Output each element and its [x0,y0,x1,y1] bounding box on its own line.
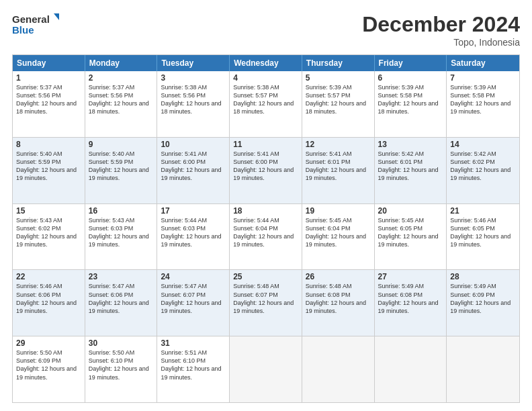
cell-info: Sunrise: 5:41 AMSunset: 6:00 PMDaylight:… [161,150,221,181]
cell-info: Sunrise: 5:37 AMSunset: 5:56 PMDaylight:… [89,84,149,115]
week-row-3: 15 Sunrise: 5:43 AMSunset: 6:02 PMDaylig… [13,203,519,270]
general-blue-logo-icon: General Blue [12,12,59,38]
cell-info: Sunrise: 5:45 AMSunset: 6:05 PMDaylight:… [378,217,439,248]
day-number: 25 [233,272,298,281]
cal-cell-1-3: 11 Sunrise: 5:41 AMSunset: 6:00 PMDaylig… [230,138,302,203]
cell-info: Sunrise: 5:37 AMSunset: 5:56 PMDaylight:… [16,84,77,115]
cal-cell-0-3: 4 Sunrise: 5:38 AMSunset: 5:57 PMDayligh… [230,71,302,137]
cal-cell-2-6: 21 Sunrise: 5:46 AMSunset: 6:05 PMDaylig… [447,204,519,270]
week-row-2: 8 Sunrise: 5:40 AMSunset: 5:59 PMDayligh… [13,137,519,203]
cal-cell-2-4: 19 Sunrise: 5:45 AMSunset: 6:04 PMDaylig… [302,204,375,270]
day-number: 12 [306,140,371,149]
day-number: 23 [89,272,154,281]
cell-info: Sunrise: 5:44 AMSunset: 6:04 PMDaylight:… [233,217,294,248]
calendar-header-row: SundayMondayTuesdayWednesdayThursdayFrid… [13,55,519,71]
cal-cell-3-5: 27 Sunrise: 5:49 AMSunset: 6:08 PMDaylig… [375,270,447,336]
cell-info: Sunrise: 5:47 AMSunset: 6:06 PMDaylight:… [89,283,149,314]
cell-info: Sunrise: 5:50 AMSunset: 6:09 PMDaylight:… [16,349,77,380]
cal-cell-4-6 [447,336,519,402]
svg-text:General: General [12,13,50,25]
header-day-monday: Monday [85,55,158,71]
cal-cell-3-0: 22 Sunrise: 5:46 AMSunset: 6:06 PMDaylig… [13,270,85,336]
cell-info: Sunrise: 5:46 AMSunset: 6:05 PMDaylight:… [450,217,511,248]
cal-cell-2-3: 18 Sunrise: 5:44 AMSunset: 6:04 PMDaylig… [230,204,302,270]
cal-cell-3-2: 24 Sunrise: 5:47 AMSunset: 6:07 PMDaylig… [157,270,230,336]
week-row-1: 1 Sunrise: 5:37 AMSunset: 5:56 PMDayligh… [13,71,519,137]
cal-cell-2-5: 20 Sunrise: 5:45 AMSunset: 6:05 PMDaylig… [375,204,447,270]
cal-cell-4-1: 30 Sunrise: 5:50 AMSunset: 6:10 PMDaylig… [85,336,158,402]
day-number: 7 [450,73,516,83]
cal-cell-4-3 [230,336,302,402]
cell-info: Sunrise: 5:49 AMSunset: 6:08 PMDaylight:… [378,283,439,314]
day-number: 6 [378,73,443,83]
cal-cell-1-1: 9 Sunrise: 5:40 AMSunset: 5:59 PMDayligh… [85,138,158,203]
day-number: 27 [378,272,443,281]
day-number: 21 [450,206,516,216]
day-number: 17 [161,206,226,216]
cal-cell-0-2: 3 Sunrise: 5:38 AMSunset: 5:56 PMDayligh… [157,71,230,137]
cal-cell-0-0: 1 Sunrise: 5:37 AMSunset: 5:56 PMDayligh… [13,71,85,137]
cell-info: Sunrise: 5:39 AMSunset: 5:57 PMDaylight:… [306,84,366,115]
cal-cell-4-5 [375,336,447,402]
cell-info: Sunrise: 5:41 AMSunset: 6:01 PMDaylight:… [306,150,366,181]
cal-cell-0-4: 5 Sunrise: 5:39 AMSunset: 5:57 PMDayligh… [302,71,375,137]
cell-info: Sunrise: 5:48 AMSunset: 6:08 PMDaylight:… [306,283,366,314]
day-number: 20 [378,206,443,216]
cal-cell-2-0: 15 Sunrise: 5:43 AMSunset: 6:02 PMDaylig… [13,204,85,270]
cell-info: Sunrise: 5:47 AMSunset: 6:07 PMDaylight:… [161,283,221,314]
cell-info: Sunrise: 5:38 AMSunset: 5:56 PMDaylight:… [161,84,221,115]
week-row-5: 29 Sunrise: 5:50 AMSunset: 6:09 PMDaylig… [13,336,519,402]
day-number: 18 [233,206,298,216]
cal-cell-0-6: 7 Sunrise: 5:39 AMSunset: 5:58 PMDayligh… [447,71,519,137]
header-day-wednesday: Wednesday [230,55,302,71]
cal-cell-3-4: 26 Sunrise: 5:48 AMSunset: 6:08 PMDaylig… [302,270,375,336]
day-number: 13 [378,140,443,149]
cell-info: Sunrise: 5:42 AMSunset: 6:02 PMDaylight:… [450,150,511,181]
cell-info: Sunrise: 5:50 AMSunset: 6:10 PMDaylight:… [89,349,149,380]
cal-cell-1-4: 12 Sunrise: 5:41 AMSunset: 6:01 PMDaylig… [302,138,375,203]
cal-cell-2-2: 17 Sunrise: 5:44 AMSunset: 6:03 PMDaylig… [157,204,230,270]
calendar: SundayMondayTuesdayWednesdayThursdayFrid… [12,54,520,403]
cell-info: Sunrise: 5:39 AMSunset: 5:58 PMDaylight:… [378,84,439,115]
day-number: 8 [16,140,81,149]
header-day-sunday: Sunday [13,55,85,71]
day-number: 1 [16,73,81,83]
cell-info: Sunrise: 5:44 AMSunset: 6:03 PMDaylight:… [161,217,221,248]
cal-cell-1-6: 14 Sunrise: 5:42 AMSunset: 6:02 PMDaylig… [447,138,519,203]
cal-cell-3-1: 23 Sunrise: 5:47 AMSunset: 6:06 PMDaylig… [85,270,158,336]
header: General Blue December 2024 Topo, Indones… [12,12,520,48]
day-number: 2 [89,73,154,83]
logo: General Blue [12,12,59,38]
cell-info: Sunrise: 5:40 AMSunset: 5:59 PMDaylight:… [89,150,149,181]
cell-info: Sunrise: 5:41 AMSunset: 6:00 PMDaylight:… [233,150,294,181]
cal-cell-3-3: 25 Sunrise: 5:48 AMSunset: 6:07 PMDaylig… [230,270,302,336]
day-number: 4 [233,73,298,83]
cell-info: Sunrise: 5:39 AMSunset: 5:58 PMDaylight:… [450,84,511,115]
day-number: 10 [161,140,226,149]
header-day-friday: Friday [375,55,447,71]
header-day-tuesday: Tuesday [157,55,230,71]
page: General Blue December 2024 Topo, Indones… [0,0,532,411]
calendar-body: 1 Sunrise: 5:37 AMSunset: 5:56 PMDayligh… [13,71,519,402]
cell-info: Sunrise: 5:45 AMSunset: 6:04 PMDaylight:… [306,217,366,248]
cal-cell-1-0: 8 Sunrise: 5:40 AMSunset: 5:59 PMDayligh… [13,138,85,203]
day-number: 9 [89,140,154,149]
location: Topo, Indonesia [362,37,520,48]
day-number: 24 [161,272,226,281]
cal-cell-0-5: 6 Sunrise: 5:39 AMSunset: 5:58 PMDayligh… [375,71,447,137]
day-number: 3 [161,73,226,83]
week-row-4: 22 Sunrise: 5:46 AMSunset: 6:06 PMDaylig… [13,269,519,336]
cell-info: Sunrise: 5:49 AMSunset: 6:09 PMDaylight:… [450,283,511,314]
cal-cell-2-1: 16 Sunrise: 5:43 AMSunset: 6:03 PMDaylig… [85,204,158,270]
cell-info: Sunrise: 5:40 AMSunset: 5:59 PMDaylight:… [16,150,77,181]
cell-info: Sunrise: 5:43 AMSunset: 6:03 PMDaylight:… [89,217,149,248]
cal-cell-1-2: 10 Sunrise: 5:41 AMSunset: 6:00 PMDaylig… [157,138,230,203]
day-number: 22 [16,272,81,281]
cal-cell-4-2: 31 Sunrise: 5:51 AMSunset: 6:10 PMDaylig… [157,336,230,402]
header-day-thursday: Thursday [302,55,375,71]
header-day-saturday: Saturday [447,55,519,71]
cal-cell-1-5: 13 Sunrise: 5:42 AMSunset: 6:01 PMDaylig… [375,138,447,203]
day-number: 26 [306,272,371,281]
day-number: 28 [450,272,516,281]
day-number: 19 [306,206,371,216]
